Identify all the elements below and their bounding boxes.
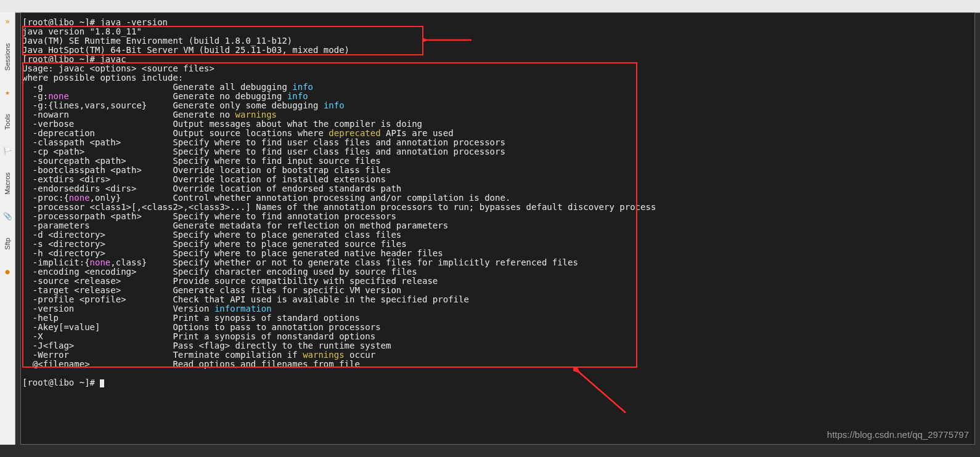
watermark-text: https://blog.csdn.net/qq_29775797 (827, 429, 969, 440)
left-dock: » Sessions ★ Tools 🏳️ Macros 📎 Sftp ● (0, 12, 15, 445)
arrow-right-icon[interactable]: » (5, 17, 9, 26)
window-tab-strip (0, 0, 980, 13)
flag-icon: 🏳️ (3, 147, 12, 155)
cursor (100, 379, 104, 387)
dock-tab-sessions[interactable]: Sessions (4, 43, 11, 71)
dock-tab-macros[interactable]: Macros (4, 172, 11, 195)
clip-icon: 📎 (3, 212, 12, 220)
star-icon: ★ (5, 88, 9, 97)
dock-tab-sftp[interactable]: Sftp (4, 238, 11, 250)
dot-icon: ● (5, 267, 9, 276)
dock-tab-tools[interactable]: Tools (4, 114, 11, 130)
terminal-output[interactable]: [root@libo ~]# java -version java versio… (20, 12, 975, 445)
